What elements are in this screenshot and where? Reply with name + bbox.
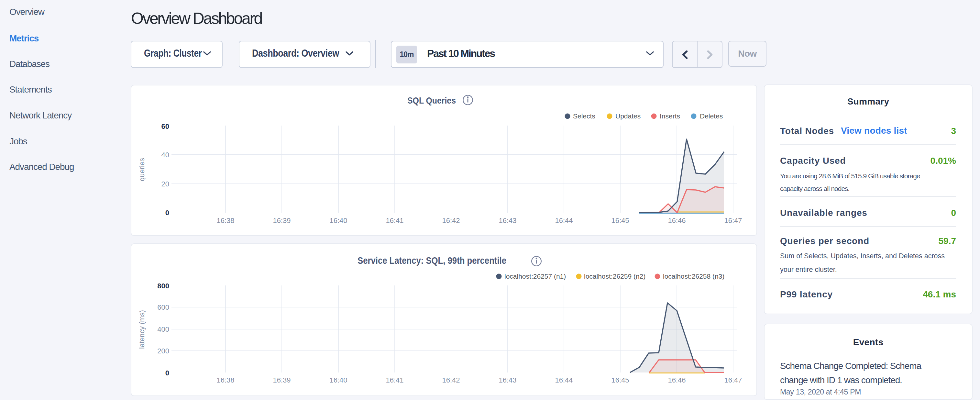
svg-text:Inserts: Inserts xyxy=(660,112,680,120)
svg-text:16:43: 16:43 xyxy=(499,376,516,384)
svg-text:16:47: 16:47 xyxy=(724,217,742,225)
svg-text:localhost:26257 (n1): localhost:26257 (n1) xyxy=(504,273,566,280)
svg-text:16:40: 16:40 xyxy=(329,217,347,225)
svg-text:Service Latency: SQL, 99th per: Service Latency: SQL, 99th percentile xyxy=(358,255,506,266)
svg-text:16:39: 16:39 xyxy=(273,376,291,384)
svg-text:200: 200 xyxy=(157,347,169,355)
svg-text:16:41: 16:41 xyxy=(386,217,404,225)
svg-text:16:38: 16:38 xyxy=(216,376,234,384)
svg-text:16:45: 16:45 xyxy=(611,217,629,225)
svg-text:16:42: 16:42 xyxy=(442,376,460,384)
svg-text:60: 60 xyxy=(161,122,169,131)
svg-text:16:44: 16:44 xyxy=(555,217,573,225)
svg-text:Selects: Selects xyxy=(573,112,595,120)
svg-text:16:47: 16:47 xyxy=(724,376,742,384)
svg-text:16:40: 16:40 xyxy=(329,376,347,384)
svg-text:16:44: 16:44 xyxy=(555,376,573,384)
svg-text:16:38: 16:38 xyxy=(216,217,234,225)
svg-text:16:41: 16:41 xyxy=(386,376,404,384)
svg-text:localhost:26259 (n2): localhost:26259 (n2) xyxy=(584,273,646,280)
svg-text:queries: queries xyxy=(138,158,146,181)
svg-text:16:46: 16:46 xyxy=(668,217,686,225)
svg-text:400: 400 xyxy=(157,325,169,333)
svg-text:Updates: Updates xyxy=(616,112,641,120)
svg-text:800: 800 xyxy=(157,282,169,290)
svg-text:latency (ms): latency (ms) xyxy=(138,310,146,349)
svg-text:Deletes: Deletes xyxy=(700,112,723,120)
svg-text:16:45: 16:45 xyxy=(611,376,629,384)
svg-text:SQL Queries: SQL Queries xyxy=(407,96,456,105)
svg-text:20: 20 xyxy=(161,180,169,188)
svg-text:40: 40 xyxy=(161,151,169,159)
svg-text:16:39: 16:39 xyxy=(273,217,291,225)
svg-text:0: 0 xyxy=(165,209,169,217)
svg-text:16:43: 16:43 xyxy=(499,217,516,225)
svg-text:600: 600 xyxy=(157,303,169,311)
svg-text:16:42: 16:42 xyxy=(442,217,460,225)
svg-text:16:46: 16:46 xyxy=(668,376,686,384)
svg-text:0: 0 xyxy=(165,369,169,377)
svg-text:localhost:26258 (n3): localhost:26258 (n3) xyxy=(663,273,724,280)
